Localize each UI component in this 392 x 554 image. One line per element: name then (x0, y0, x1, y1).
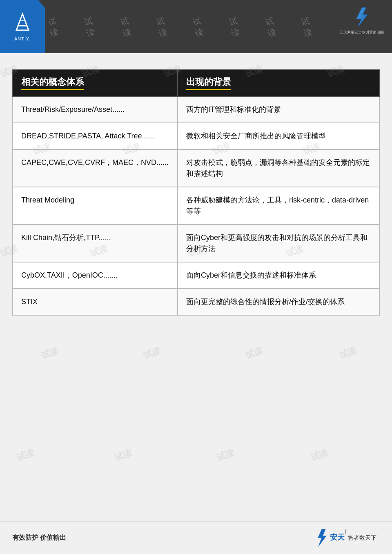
page-footer: 有效防护 价值输出 安天 | 智者数天下 (0, 521, 392, 554)
logo-icon (12, 12, 33, 35)
table-row: Threat/Risk/Exposure/Asset......西方的IT管理和… (13, 96, 379, 123)
page-header: ANTIY. 试读 试读 试读 试读 试读 试读 试读 试读 安天网络安全冬训营… (0, 0, 392, 53)
company-logo: ANTIY. (0, 0, 45, 53)
svg-text:安天: 安天 (330, 533, 345, 541)
table-row: STIX面向更完整的综合性的情报分析/作业/交换的体系 (13, 289, 379, 315)
concept-table: 相关的概念体系 出现的背景 Threat/Risk/Exposure/Asset… (12, 69, 380, 316)
table-row: Threat Modeling各种威胁建模的方法论，工具，risk-centri… (13, 187, 379, 225)
table-row: CybOX,TAXII，OpenIOC.......面向Cyber和信息交换的描… (13, 262, 379, 289)
col1-header: 相关的概念体系 (13, 70, 178, 96)
table-row: DREAD,STRIDE,PASTA, Attack Tree......微软和… (13, 123, 379, 149)
footer-logo-area: 安天 | 智者数天下 (314, 527, 380, 549)
row-3-col2: 各种威胁建模的方法论，工具，risk-centric，data-driven等等 (178, 187, 379, 225)
row-3-col1: Threat Modeling (13, 187, 178, 225)
svg-marker-0 (16, 14, 29, 30)
header-watermarks: 试读 试读 试读 试读 试读 试读 试读 试读 (49, 0, 318, 53)
row-4-col1: Kill Chain,钻石分析,TTP...... (13, 225, 178, 262)
row-6-col2: 面向更完整的综合性的情报分析/作业/交换的体系 (178, 289, 379, 315)
row-0-col1: Threat/Risk/Exposure/Asset...... (13, 96, 178, 123)
footer-logo-icon: 安天 | 智者数天下 (314, 527, 380, 549)
svg-marker-5 (318, 529, 327, 547)
row-1-col2: 微软和相关安全厂商所推出的风险管理模型 (178, 123, 379, 149)
svg-marker-4 (356, 7, 368, 27)
row-2-col1: CAPEC,CWE,CVE,CVRF，MAEC，NVD...... (13, 149, 178, 187)
row-0-col2: 西方的IT管理和标准化的背景 (178, 96, 379, 123)
row-5-col1: CybOX,TAXII，OpenIOC....... (13, 262, 178, 289)
row-4-col2: 面向Cyber和更高强度的攻击和对抗的场景的分析工具和分析方法 (178, 225, 379, 262)
col2-header: 出现的背景 (178, 70, 379, 96)
top-right-brand: 安天网络安全冬训营第四圈 (340, 6, 384, 35)
row-5-col2: 面向Cyber和信息交换的描述和标准体系 (178, 262, 379, 289)
svg-text:|: | (345, 529, 346, 534)
logo-label: ANTIY. (14, 36, 31, 41)
row-2-col2: 对攻击模式，脆弱点，漏洞等各种基础的安全元素的标定和描述结构 (178, 149, 379, 187)
row-1-col1: DREAD,STRIDE,PASTA, Attack Tree...... (13, 123, 178, 149)
row-6-col1: STIX (13, 289, 178, 315)
footer-tagline: 有效防护 价值输出 (12, 534, 66, 542)
main-content: 相关的概念体系 出现的背景 Threat/Risk/Exposure/Asset… (0, 53, 392, 328)
brand-logo-icon (351, 6, 373, 29)
table-row: CAPEC,CWE,CVE,CVRF，MAEC，NVD......对攻击模式，脆… (13, 149, 379, 187)
table-row: Kill Chain,钻石分析,TTP......面向Cyber和更高强度的攻击… (13, 225, 379, 262)
svg-text:智者数天下: 智者数天下 (348, 534, 376, 541)
brand-subtitle-text: 安天网络安全冬训营第四圈 (340, 30, 384, 35)
